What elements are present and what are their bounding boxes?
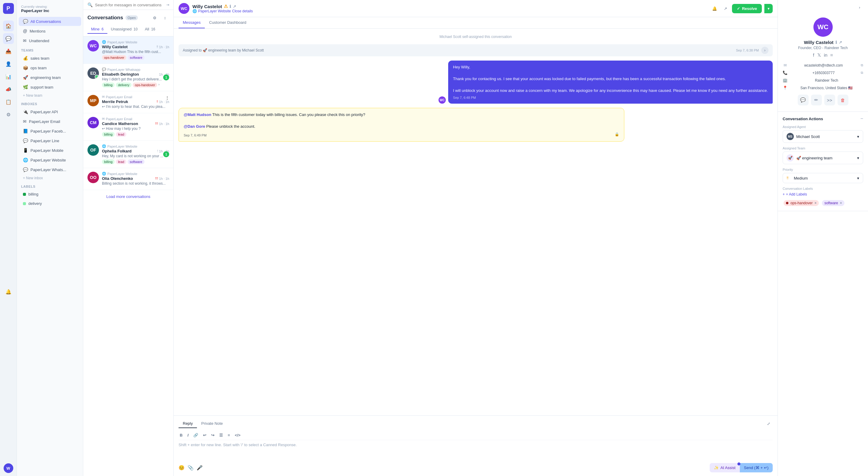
app-logo[interactable]: P [3, 3, 14, 14]
compose-tab-reply[interactable]: Reply [179, 419, 197, 428]
rp-delete-button[interactable]: 🗑 [838, 95, 848, 105]
compose-tab-private[interactable]: Private Note [197, 419, 227, 428]
search-input[interactable] [95, 3, 164, 7]
undo-button[interactable]: ↩ [202, 432, 208, 438]
sidebar-label-billing[interactable]: billing [19, 190, 81, 199]
attachment-icon[interactable]: 📎 [188, 465, 194, 471]
nav-home[interactable]: 🏠 [3, 21, 14, 31]
info-icon[interactable]: ℹ [229, 4, 231, 9]
new-team-button[interactable]: + New team [19, 92, 81, 99]
sort-button[interactable]: ↕ [161, 13, 169, 22]
rp-more-button[interactable]: >> [824, 95, 835, 105]
compose-icon-btn[interactable]: ⤢ [764, 419, 773, 428]
sidebar-item-support-team[interactable]: 🌿 support team [19, 82, 81, 92]
tab-unassigned[interactable]: Unassigned 10 [107, 25, 142, 34]
facebook-social-icon[interactable]: f [813, 53, 814, 58]
nav-reports[interactable]: 📊 [3, 71, 14, 82]
nav-chat[interactable]: 💬 [3, 33, 14, 44]
conv-item-elisabeth[interactable]: ED ✓ 💬 PaperLayer Whatsapp Elisabeth Der… [83, 64, 174, 91]
sidebar-item-all-conversations[interactable]: 💬 All Conversations [19, 17, 81, 26]
emoji-icon[interactable]: 😊 [179, 465, 185, 471]
ai-assist-button[interactable]: ✨ AI Assist [710, 463, 740, 472]
nav-campaigns[interactable]: 📣 [3, 84, 14, 95]
resolve-dropdown-button[interactable]: ▾ [764, 4, 773, 13]
new-inbox-button[interactable]: + New inbox [19, 174, 81, 182]
conv-item-merrile[interactable]: MP ✉ PaperLayer Email Merrile Petruk ‼ 1… [83, 91, 174, 113]
nav-notifications[interactable]: 🔔 [3, 286, 14, 297]
more-tags-icon-elisabeth[interactable]: › [158, 82, 159, 88]
copy-phone-button[interactable]: ⧉ [861, 71, 863, 75]
chat-inbox-icon: 🌐 [192, 9, 197, 13]
nav-reports2[interactable]: 📋 [3, 96, 14, 107]
tab-all[interactable]: All 16 [141, 25, 159, 34]
italic-button[interactable]: I [186, 432, 190, 438]
sidebar-item-unattended[interactable]: ✉ Unattended [19, 36, 81, 45]
code-button[interactable]: </> [234, 432, 242, 438]
conv-body-ophelia: 🌐 PaperLayer Website Ophelia Folkard ! 1… [102, 144, 169, 164]
rp-message-button[interactable]: 💬 [798, 95, 809, 105]
conv-item-olia[interactable]: OO 🌐 PaperLayer Website Olia Olenchenko … [83, 168, 174, 190]
sidebar-item-paperlayer-email[interactable]: ✉ PaperLayer Email [19, 117, 81, 126]
nav-inbox[interactable]: 📥 [3, 46, 14, 57]
sidebar-item-paperlayer-line[interactable]: 💬 PaperLayer Line [19, 136, 81, 145]
conv-body-candice: ✉ PaperLayer Email Candice Matherson ‼‼ … [102, 117, 169, 137]
nav-settings[interactable]: ⚙ [3, 109, 14, 120]
remove-software-label-button[interactable]: × [840, 201, 842, 205]
filter-button[interactable]: ⚙ [151, 13, 159, 22]
mute-button[interactable]: 🔔 [710, 4, 719, 13]
tab-mine[interactable]: Mine 6 [88, 25, 107, 34]
rp-agent-select-inner: MS Michael Scott [786, 133, 820, 140]
rp-edit-button[interactable]: ✏ [811, 95, 822, 105]
add-labels-button[interactable]: + + Add Labels [783, 192, 807, 196]
remove-ops-label-button[interactable]: × [814, 201, 816, 205]
chat-tab-messages[interactable]: Messages [179, 17, 205, 28]
redo-button[interactable]: ↪ [210, 432, 216, 438]
warning-icon: ⚠ [224, 4, 228, 9]
ordered-list-button[interactable]: ≡ [226, 432, 231, 438]
compose-expand-btn[interactable]: ⤢ [764, 419, 773, 428]
expand-search-icon[interactable]: ⇥ [166, 3, 169, 7]
expand-assigned-btn[interactable]: › [761, 47, 769, 54]
sidebar-item-paperlayer-mobile[interactable]: 📱 PaperLayer Mobile [19, 146, 81, 155]
conv-item-ophelia[interactable]: OF 🌐 PaperLayer Website Ophelia Folkard … [83, 141, 174, 168]
sidebar-item-ops-team[interactable]: 📦 ops team [19, 63, 81, 72]
rp-conv-actions-collapse-btn[interactable]: − [861, 116, 863, 122]
external-link-icon[interactable]: ↗ [233, 4, 236, 9]
conv-item-candice[interactable]: CM ✉ PaperLayer Email Candice Matherson … [83, 113, 174, 141]
send-button[interactable]: Send (⌘ + ↵) [740, 463, 773, 472]
more-options-merrile[interactable]: ⋮ [165, 96, 169, 100]
compose-area[interactable]: Shift + enter for new line. Start with '… [179, 443, 773, 461]
rp-team-select[interactable]: 🚀 🚀 engineering team ▾ [783, 151, 863, 164]
inbox-name-ophelia: PaperLayer Website [107, 145, 137, 148]
sidebar-item-engineering-team[interactable]: 🚀 engineering team [19, 73, 81, 82]
sidebar-item-paperlayer-facebook[interactable]: 📘 PaperLayer Faceb... [19, 127, 81, 136]
bold-button[interactable]: B [179, 432, 184, 438]
list-button[interactable]: ☰ [218, 432, 224, 438]
github-social-icon[interactable]: ⌗ [830, 53, 833, 58]
linkedin-social-icon[interactable]: in [824, 53, 828, 58]
chat-tab-dashboard[interactable]: Customer Dashboard [205, 17, 251, 28]
load-more-button[interactable]: Load more conversations [83, 190, 174, 203]
rp-agent-select[interactable]: MS Michael Scott ▾ [783, 130, 863, 143]
close-details-link[interactable]: Close details [232, 9, 253, 13]
rp-external-link-icon[interactable]: ↗ [839, 40, 842, 44]
nav-contacts[interactable]: 👤 [3, 59, 14, 69]
link-button[interactable]: 🔗 [192, 432, 199, 438]
sidebar-item-mentions[interactable]: @ Mentions [19, 27, 81, 36]
audio-icon[interactable]: 🎤 [197, 465, 203, 471]
rp-priority-select[interactable]: ‼ Medium ▾ [783, 173, 863, 183]
tab-all-label: All [145, 27, 149, 31]
sidebar-item-paperlayer-whatsapp[interactable]: 💬 PaperLayer Whats... [19, 165, 81, 174]
share-button[interactable]: ↗ [721, 4, 730, 13]
rp-collapse-button[interactable]: › [855, 3, 864, 11]
conv-item-willy[interactable]: WC 🌐 PaperLayer Website Willy Castelot ‼… [83, 36, 174, 64]
twitter-social-icon[interactable]: 𝕏 [817, 53, 821, 58]
resolve-button[interactable]: ✓ Resolve [732, 4, 762, 13]
copy-email-button[interactable]: ⧉ [861, 63, 863, 67]
nav-user-avatar[interactable]: W [4, 463, 13, 473]
rp-info-icon[interactable]: ℹ [835, 40, 837, 44]
sidebar-item-paperlayer-api[interactable]: 🔌 PaperLayer API [19, 107, 81, 116]
sidebar-label-delivery[interactable]: delivery [19, 199, 81, 208]
sidebar-item-paperlayer-website[interactable]: 🌐 PaperLayer Website [19, 156, 81, 165]
sidebar-item-sales-team[interactable]: 💰 sales team [19, 54, 81, 63]
